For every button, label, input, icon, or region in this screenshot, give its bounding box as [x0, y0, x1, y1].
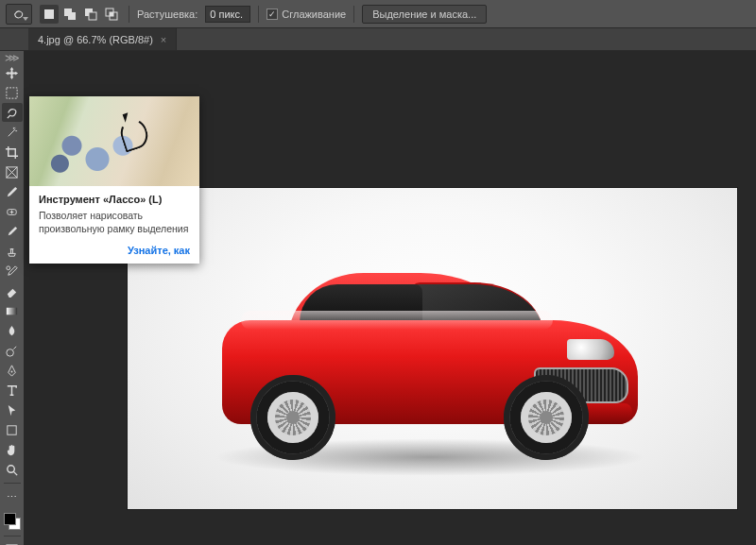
checkbox-icon [266, 9, 278, 20]
color-swatches[interactable] [2, 511, 23, 532]
svg-rect-0 [44, 9, 54, 19]
selection-modes [40, 5, 121, 24]
divider [129, 6, 129, 23]
svg-point-16 [8, 465, 15, 472]
pen-tool[interactable] [2, 361, 23, 380]
separator [4, 483, 21, 484]
separator [4, 536, 21, 536]
selection-add-icon[interactable] [60, 5, 79, 24]
document-canvas[interactable] [128, 188, 737, 509]
crop-tool[interactable] [2, 143, 23, 162]
frame-tool[interactable] [2, 162, 23, 181]
divider [258, 6, 259, 23]
magic-wand-tool[interactable] [2, 123, 23, 142]
hand-tool[interactable] [2, 440, 23, 459]
foreground-color-swatch[interactable] [4, 513, 16, 525]
select-and-mask-button[interactable]: Выделение и маска... [362, 5, 487, 24]
feather-input[interactable] [205, 6, 250, 23]
svg-rect-7 [110, 12, 113, 16]
type-tool[interactable] [2, 381, 23, 400]
tooltip-learn-link[interactable]: Узнайте, как [29, 241, 199, 264]
svg-rect-12 [7, 307, 17, 315]
feather-label: Растушевка: [137, 9, 198, 20]
svg-rect-8 [7, 87, 17, 97]
document-tab[interactable]: 4.jpg @ 66.7% (RGB/8#) × [28, 28, 177, 50]
svg-rect-2 [68, 12, 76, 20]
tools-panel: ⋙ ⋯ [0, 51, 24, 545]
cursor-icon [123, 112, 131, 123]
svg-point-14 [11, 370, 13, 372]
eyedropper-tool[interactable] [2, 182, 23, 201]
shape-tool[interactable] [2, 420, 23, 439]
marquee-tool[interactable] [2, 83, 23, 102]
history-brush-tool[interactable] [2, 262, 23, 281]
panel-grip-icon[interactable]: ⋙ [0, 53, 24, 62]
antialias-toggle[interactable]: Сглаживание [266, 9, 346, 20]
svg-rect-15 [8, 425, 16, 434]
antialias-label: Сглаживание [282, 9, 346, 20]
zoom-tool[interactable] [2, 460, 23, 479]
option-bar: Растушевка: Сглаживание Выделение и маск… [0, 0, 756, 28]
path-selection-tool[interactable] [2, 400, 23, 419]
car-image [222, 273, 638, 452]
selection-subtract-icon[interactable] [81, 5, 100, 24]
close-icon[interactable]: × [161, 34, 166, 45]
svg-rect-4 [89, 12, 96, 20]
clone-stamp-tool[interactable] [2, 242, 23, 261]
tooltip-preview-image [29, 96, 199, 186]
svg-point-13 [7, 349, 14, 356]
svg-point-11 [7, 265, 10, 269]
dodge-tool[interactable] [2, 341, 23, 360]
selection-new-icon[interactable] [40, 5, 59, 24]
lasso-tool[interactable] [2, 103, 23, 122]
healing-brush-tool[interactable] [2, 202, 23, 221]
document-tab-bar: 4.jpg @ 66.7% (RGB/8#) × [0, 28, 756, 51]
edit-toolbar-button[interactable]: ⋯ [2, 487, 23, 506]
divider [353, 6, 354, 23]
document-tab-title: 4.jpg @ 66.7% (RGB/8#) [38, 34, 153, 45]
tool-preset-picker[interactable] [6, 4, 32, 25]
tooltip-description: Позволяет нарисовать произвольную рамку … [39, 209, 190, 235]
move-tool[interactable] [2, 63, 23, 82]
gradient-tool[interactable] [2, 301, 23, 320]
quick-mask-toggle[interactable] [2, 540, 23, 545]
selection-intersect-icon[interactable] [102, 5, 121, 24]
tool-rich-tooltip: Инструмент «Лассо» (L) Позволяет нарисов… [29, 96, 199, 264]
brush-tool[interactable] [2, 222, 23, 241]
blur-tool[interactable] [2, 321, 23, 340]
eraser-tool[interactable] [2, 281, 23, 300]
tooltip-title: Инструмент «Лассо» (L) [39, 194, 190, 205]
